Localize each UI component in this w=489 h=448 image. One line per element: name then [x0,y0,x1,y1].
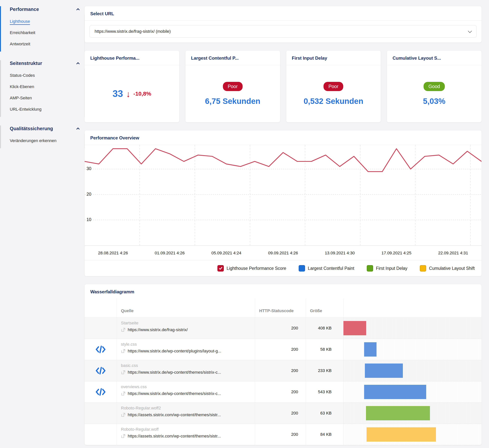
y-axis-tick: 30 [87,166,91,171]
url-select-value: https://www.sistrix.de/frag-sistrix/ (mo… [95,29,171,34]
resource-url-link[interactable]: https://www.sistrix.de/frag-sistrix/ [121,327,251,332]
resource-size: 408 KB [306,318,343,339]
sidebar-section-qualitaetssicherung: Qualitätssicherung Veränderungen erkenne… [0,125,85,148]
status-code: 200 [255,382,306,402]
cls-value: 5,03% [423,97,445,106]
sidebar-item-antwortzeit[interactable]: Antwortzeit [10,38,84,50]
sidebar-section-seitenstruktur-header[interactable]: Seitenstruktur [1,60,85,69]
legend-label: Lighthouse Performance Score [227,266,286,271]
status-badge-poor: Poor [324,82,343,91]
fid-value: 0,532 Sekunden [303,97,363,106]
column-header-icon [85,299,117,317]
waterfall-table-header: Quelle HTTP-Statuscode Größe [85,299,481,317]
table-row: Startseite https://www.sistrix.de/frag-s… [85,317,481,339]
table-row: overviews.css https://www.sistrix.de/wp-… [85,381,481,402]
select-url-title: Select URL [90,11,114,16]
lighthouse-score-value: 33 [113,88,123,99]
x-axis-tick: 13.09.2021 4:30 [325,251,355,256]
x-axis-tick: 22.09.2021 4:31 [438,251,468,256]
table-row: Roboto-Regular.woff https://assets.sistr… [85,424,481,445]
main-content: Select URL https://www.sistrix.de/frag-s… [85,6,481,445]
resource-size: 84 KB [306,424,343,445]
resource-url-link[interactable]: https://www.sistrix.de/wp-content/themes… [121,391,251,396]
performance-chart-plot[interactable]: 30 20 10 [85,145,481,246]
sidebar-section-title: Seitenstruktur [10,61,42,66]
resource-name: Roboto-Regular.woff2 [121,406,251,411]
metric-card-title: Cumulative Layout S... [392,56,441,61]
metric-card-lcp: Largest Contentful P... Poor 6,75 Sekund… [186,51,280,122]
sidebar-item-lighthouse[interactable]: Lighthouse [10,16,84,27]
legend-item-lighthouse-score[interactable]: Lighthouse Performance Score [217,265,286,272]
sidebar: Performance Lighthouse Erreichbarkeit An… [0,6,85,157]
sidebar-section-seitenstruktur: Seitenstruktur Status-Codes Klick-Ebenen… [0,60,85,117]
waterfall-bar [364,342,376,357]
select-url-body: https://www.sistrix.de/frag-sistrix/ (mo… [85,21,481,42]
legend-checkbox-red[interactable] [217,265,224,272]
chart-title: Performance Overview [90,135,139,140]
sidebar-item-klick-ebenen[interactable]: Klick-Ebenen [10,81,84,92]
sidebar-section-title: Qualitätssicherung [10,126,53,131]
legend-label: Largest Contentful Paint [308,266,354,271]
collapse-caret-icon[interactable] [76,62,80,66]
external-link-icon [121,370,125,375]
external-link-icon [121,434,125,438]
resource-url-link[interactable]: https://www.sistrix.de/wp-content/themes… [121,370,251,375]
chart-card-header: Performance Overview [85,130,481,145]
resource-size: 58 KB [306,339,343,360]
resource-url-link[interactable]: https://www.sistrix.de/wp-content/plugin… [121,349,251,354]
legend-swatch-yellow[interactable] [420,265,426,272]
url-select-dropdown[interactable]: https://www.sistrix.de/frag-sistrix/ (mo… [90,25,477,38]
sidebar-section-qualitaetssicherung-header[interactable]: Qualitätssicherung [1,125,85,134]
waterfall-table: Quelle HTTP-Statuscode Größe Startseite … [85,299,481,445]
sidebar-item-veraenderungen-erkennen[interactable]: Veränderungen erkennen [10,135,84,146]
collapse-caret-icon[interactable] [76,127,80,131]
status-code: 200 [255,424,306,445]
performance-chart-svg [85,145,481,245]
legend-swatch-blue[interactable] [299,265,305,272]
metric-card-fid: First Input Delay Poor 0,532 Sekunden [286,51,381,122]
sidebar-item-amp-seiten[interactable]: AMP-Seiten [10,92,84,104]
waterfall-card-header: Wasserfalldiagramm [85,284,481,299]
sidebar-item-url-entwicklung[interactable]: URL-Entwicklung [10,104,84,115]
sidebar-section-performance: Performance Lighthouse Erreichbarkeit An… [0,6,85,51]
sidebar-section-qualitaetssicherung-items: Veränderungen erkennen [1,134,85,148]
sidebar-section-performance-header[interactable]: Performance [1,6,85,15]
status-code: 200 [255,403,306,424]
external-link-icon [121,391,125,396]
select-url-card-header: Select URL [85,6,481,21]
select-url-card: Select URL https://www.sistrix.de/frag-s… [85,6,481,42]
performance-overview-card: Performance Overview 30 20 10 28.08.2021… [85,130,481,276]
resource-name: Roboto-Regular.woff [121,427,251,432]
column-header-quelle: Quelle [117,299,255,317]
status-code: 200 [255,318,306,339]
status-badge-good: Good [424,82,445,91]
x-axis-tick: 28.08.2021 4:26 [98,251,128,256]
external-link-icon [121,328,125,332]
resource-url-link[interactable]: https://assets.sistrix.com/wp-content/th… [121,412,251,417]
y-axis-tick: 10 [87,217,91,222]
resource-url-link[interactable]: https://assets.sistrix.com/wp-content/th… [121,434,251,439]
legend-swatch-green[interactable] [367,265,373,272]
sidebar-item-erreichbarkeit[interactable]: Erreichbarkeit [10,27,84,38]
legend-label: First Input Delay [376,266,407,271]
column-header-timeline [343,299,481,317]
column-header-size: Größe [306,299,343,317]
legend-label: Cumulative Layout Shift [429,266,475,271]
collapse-caret-icon[interactable] [76,8,80,11]
resource-name: style.css [121,342,251,347]
legend-item-fid[interactable]: First Input Delay [367,265,407,272]
waterfall-bar [367,427,436,442]
metric-card-title: First Input Delay [292,56,327,61]
status-code: 200 [255,339,306,360]
waterfall-title: Wasserfalldiagramm [90,289,134,294]
resource-name: basic.css [121,363,251,368]
sidebar-item-status-codes[interactable]: Status-Codes [10,70,84,81]
legend-item-lcp[interactable]: Largest Contentful Paint [299,265,354,272]
chevron-down-icon [468,29,472,33]
resource-size: 63 KB [306,403,343,424]
trend-down-arrow-icon: ↓ [126,89,130,99]
x-axis-tick: 09.09.2021 4:26 [268,251,298,256]
chart-legend: Lighthouse Performance Score Largest Con… [85,260,481,276]
legend-item-cls[interactable]: Cumulative Layout Shift [420,265,475,272]
metric-card-title: Largest Contentful P... [191,56,239,61]
